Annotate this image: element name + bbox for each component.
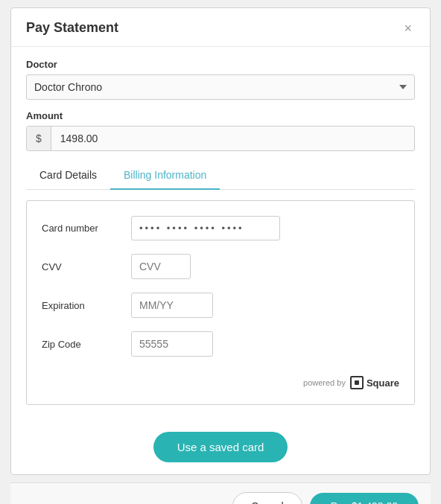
close-button[interactable]: ×: [401, 22, 415, 35]
expiration-row: Expiration: [42, 293, 399, 318]
card-number-label: Card number: [42, 223, 131, 234]
use-saved-card-button[interactable]: Use a saved card: [153, 432, 288, 462]
modal-body: Doctor Doctor Chrono Amount $ 1498.00 Ca…: [11, 47, 430, 417]
cvv-row: CVV: [42, 254, 399, 279]
card-number-display: •••• •••• •••• ••••: [131, 216, 280, 240]
amount-label: Amount: [26, 110, 415, 121]
zip-row: Zip Code: [42, 331, 399, 357]
square-logo: Square: [350, 376, 399, 389]
square-box-icon: [350, 376, 364, 389]
powered-by-text: powered by: [303, 378, 346, 387]
expiration-label: Expiration: [42, 300, 131, 311]
amount-prefix: $: [27, 127, 51, 150]
modal-title: Pay Statement: [26, 20, 118, 36]
doctor-select[interactable]: Doctor Chrono: [26, 74, 415, 100]
doctor-field-group: Doctor Doctor Chrono: [26, 59, 415, 100]
tab-billing-information[interactable]: Billing Information: [110, 162, 220, 190]
square-inner-icon: [355, 380, 359, 385]
card-details-section: Card number •••• •••• •••• •••• CVV Expi…: [26, 200, 415, 405]
square-text: Square: [367, 377, 399, 389]
zip-label: Zip Code: [42, 339, 131, 350]
pay-statement-modal: Pay Statement × Doctor Doctor Chrono Amo…: [10, 7, 431, 475]
amount-field-group: Amount $ 1498.00: [26, 110, 415, 151]
pay-button[interactable]: Pay $1,498.00: [310, 493, 419, 504]
amount-value: 1498.00: [51, 127, 414, 150]
expiration-input[interactable]: [131, 293, 213, 318]
cvv-label: CVV: [42, 261, 131, 272]
square-footer: powered by Square: [42, 370, 399, 389]
zip-input[interactable]: [131, 331, 213, 357]
card-number-row: Card number •••• •••• •••• ••••: [42, 216, 399, 240]
use-saved-card-section: Use a saved card: [11, 417, 430, 474]
tab-card-details[interactable]: Card Details: [26, 162, 110, 190]
doctor-label: Doctor: [26, 59, 415, 70]
card-tabs: Card Details Billing Information: [26, 162, 415, 190]
cancel-button[interactable]: Cancel: [232, 492, 302, 504]
modal-footer: Cancel Pay $1,498.00: [10, 482, 431, 504]
cvv-input[interactable]: [131, 254, 191, 279]
amount-row: $ 1498.00: [26, 126, 415, 151]
modal-header: Pay Statement ×: [11, 8, 430, 47]
